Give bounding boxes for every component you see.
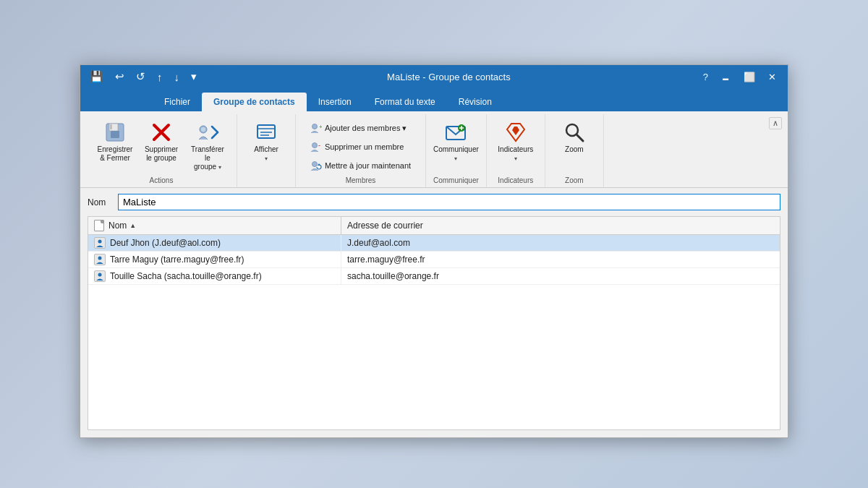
contact-nom-0: Deuf Jhon (J.deuf@aol.com) [88, 235, 341, 251]
restore-button[interactable]: 🗕 [715, 69, 736, 85]
save-close-label: Enregistrer& Fermer [98, 145, 133, 163]
ribbon-group-indicateurs: Indicateurs▾ Indicateurs [487, 114, 545, 187]
svg-point-29 [98, 257, 102, 260]
zoom-button[interactable]: Zoom [553, 117, 596, 163]
communiquer-group-label: Communiquer [433, 176, 479, 187]
name-input[interactable] [118, 194, 780, 210]
maximize-button[interactable]: ⬜ [738, 69, 761, 85]
list-item[interactable]: Deuf Jhon (J.deuf@aol.com) J.deuf@aol.co… [88, 235, 780, 252]
contact-name-0: Deuf Jhon (J.deuf@aol.com) [110, 238, 221, 248]
title-bar: 💾 ↩ ↺ ↑ ↓ ▾ MaListe - Groupe de contacts… [80, 65, 788, 88]
collapse-ribbon-button[interactable]: ∧ [769, 117, 782, 129]
tab-revision[interactable]: Révision [447, 93, 503, 111]
tab-insertion[interactable]: Insertion [307, 93, 363, 111]
indicateurs-icon [504, 121, 527, 144]
title-bar-actions: ? 🗕 ⬜ ✕ [697, 69, 782, 85]
remove-member-button[interactable]: - Supprimer un membre [305, 138, 416, 155]
transfer-icon [196, 121, 219, 144]
contact-name-1: Tarre Maguy (tarre.maguy@free.fr) [110, 254, 244, 265]
svg-point-7 [201, 127, 205, 132]
list-item[interactable]: Tarre Maguy (tarre.maguy@free.fr) tarre.… [88, 252, 780, 268]
actions-label: Actions [93, 176, 229, 187]
add-members-icon: + [310, 122, 322, 134]
undo-btn[interactable]: ↩ [111, 69, 128, 85]
svg-point-16 [312, 143, 317, 148]
communiquer-buttons: Communiquer▾ [434, 117, 477, 176]
afficher-label: Afficher▾ [254, 145, 278, 163]
update-now-label: Mettre à jour maintenant [325, 161, 411, 170]
contact-list: Nom ▲ Adresse de courrier Deuf Jhon (J.d… [88, 216, 780, 430]
afficher-button[interactable]: Afficher▾ [244, 117, 288, 165]
remove-member-label: Supprimer un membre [325, 142, 404, 151]
svg-marker-25 [512, 127, 519, 135]
delete-label: Supprimerle groupe [145, 145, 178, 163]
indicateurs-buttons: Indicateurs▾ [494, 117, 537, 176]
down-btn[interactable]: ↓ [171, 69, 184, 85]
remove-member-icon: - [310, 141, 322, 153]
header-email[interactable]: Adresse de courrier [341, 217, 780, 234]
contact-icon-2 [94, 270, 106, 282]
update-now-button[interactable]: Mettre à jour maintenant [305, 157, 416, 174]
header-nom[interactable]: Nom ▲ [88, 217, 341, 234]
svg-point-14 [312, 124, 317, 129]
header-email-label: Adresse de courrier [347, 221, 423, 231]
indicateurs-button[interactable]: Indicateurs▾ [494, 117, 537, 165]
afficher-icon [255, 121, 278, 144]
help-button[interactable]: ? [697, 69, 714, 85]
zoom-group-label: Zoom [553, 176, 596, 187]
contact-email-0: J.deuf@aol.com [341, 235, 780, 251]
communiquer-button[interactable]: Communiquer▾ [434, 117, 477, 165]
contact-icon-0 [94, 237, 106, 249]
add-members-button[interactable]: + Ajouter des membres ▾ [305, 119, 416, 137]
delete-group-button[interactable]: Supprimerle groupe [140, 117, 183, 165]
save-quick-btn[interactable]: 💾 [86, 69, 107, 85]
transfer-group-button[interactable]: Transférer legroupe ▾ [186, 117, 229, 174]
update-icon [310, 160, 322, 171]
name-label: Nom [88, 197, 111, 207]
afficher-buttons: Afficher▾ [244, 117, 288, 184]
zoom-label: Zoom [565, 145, 584, 154]
indicateurs-label: Indicateurs▾ [498, 145, 533, 163]
empty-area [88, 285, 780, 429]
save-close-button[interactable]: Enregistrer& Fermer [93, 117, 137, 165]
ribbon-group-afficher: Afficher▾ [237, 114, 296, 187]
list-item[interactable]: Touille Sacha (sacha.touille@orange.fr) … [88, 268, 780, 285]
svg-marker-19 [318, 163, 320, 166]
svg-text:-: - [318, 142, 320, 149]
header-nom-label: Nom [109, 221, 127, 231]
communiquer-icon [444, 121, 467, 144]
transfer-chevron: ▾ [218, 164, 221, 171]
tab-format[interactable]: Format du texte [363, 93, 447, 111]
ribbon-group-zoom: Zoom Zoom [545, 114, 604, 187]
svg-rect-2 [111, 131, 119, 138]
ribbon-group-communiquer: Communiquer▾ Communiquer [426, 114, 487, 187]
sort-arrow: ▲ [129, 222, 136, 229]
up-btn[interactable]: ↑ [153, 69, 166, 85]
svg-line-8 [212, 127, 218, 132]
contact-email-1: tarre.maguy@free.fr [341, 252, 780, 267]
svg-point-30 [98, 273, 102, 277]
membres-buttons: + Ajouter des membres ▾ - Supprimer un m… [305, 117, 416, 176]
tab-fichier[interactable]: Fichier [153, 93, 202, 111]
add-members-label: Ajouter des membres ▾ [325, 124, 407, 133]
indicateurs-group-label: Indicateurs [494, 176, 537, 187]
ribbon: Enregistrer& Fermer Supprimerle groupe [80, 111, 788, 188]
save-close-icon [103, 121, 127, 144]
ribbon-group-actions: Enregistrer& Fermer Supprimerle groupe [86, 114, 237, 187]
svg-rect-3 [110, 124, 112, 129]
contact-name-2: Touille Sacha (sacha.touille@orange.fr) [110, 271, 262, 281]
ribbon-collapse: ∧ [769, 114, 782, 187]
title-bar-left: 💾 ↩ ↺ ↑ ↓ ▾ [86, 69, 200, 85]
svg-text:+: + [319, 124, 322, 130]
ribbon-tabs: Fichier Groupe de contacts Insertion For… [80, 88, 788, 111]
more-btn[interactable]: ▾ [187, 69, 200, 85]
name-row: Nom [80, 188, 788, 216]
contact-icon-1 [94, 254, 106, 265]
svg-line-27 [576, 134, 583, 141]
tab-groupe[interactable]: Groupe de contacts [202, 93, 307, 111]
redo-btn[interactable]: ↺ [132, 69, 149, 85]
close-button[interactable]: ✕ [762, 69, 782, 85]
actions-buttons: Enregistrer& Fermer Supprimerle groupe [93, 117, 229, 176]
delete-icon [150, 121, 173, 144]
zoom-buttons: Zoom [553, 117, 596, 176]
